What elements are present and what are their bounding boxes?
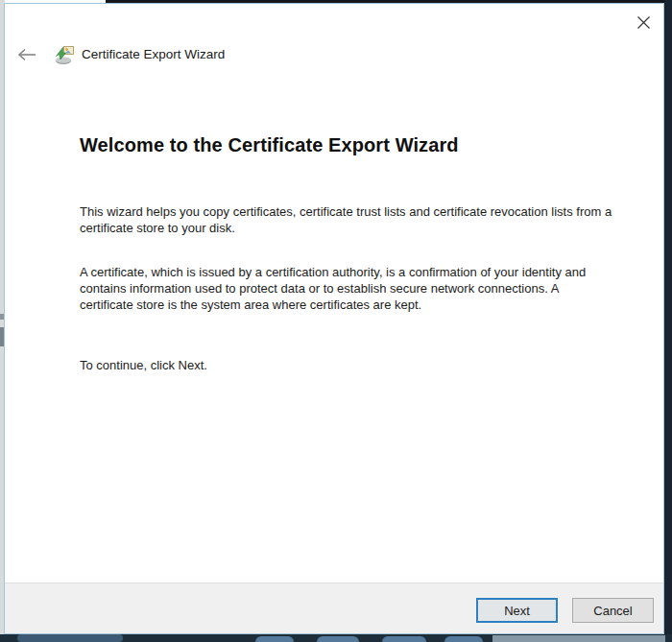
background-shape bbox=[444, 636, 483, 642]
background-window-right-edge bbox=[664, 0, 672, 642]
background-shape bbox=[17, 634, 123, 642]
back-button[interactable] bbox=[14, 42, 39, 67]
background-shape bbox=[317, 636, 359, 642]
certificate-export-icon bbox=[54, 44, 75, 65]
certificate-export-wizard-dialog: Certificate Export Wizard Welcome to the… bbox=[4, 3, 664, 634]
background-shape bbox=[255, 636, 294, 642]
wizard-footer: Next Cancel bbox=[5, 583, 663, 633]
wizard-title: Certificate Export Wizard bbox=[82, 47, 225, 61]
background-shape bbox=[382, 636, 426, 642]
next-button[interactable]: Next bbox=[476, 598, 558, 623]
background-window-bottom-edge bbox=[0, 634, 672, 642]
continue-hint: To continue, click Next. bbox=[80, 357, 613, 373]
close-button[interactable] bbox=[631, 10, 656, 35]
back-arrow-icon bbox=[17, 48, 36, 61]
wizard-header: Certificate Export Wizard bbox=[5, 42, 663, 73]
page-title: Welcome to the Certificate Export Wizard bbox=[80, 134, 617, 156]
close-icon bbox=[636, 15, 651, 30]
screen: Certificate Export Wizard Welcome to the… bbox=[0, 0, 672, 642]
description-paragraph: A certificate, which is issued by a cert… bbox=[80, 264, 613, 313]
background-shape bbox=[492, 635, 665, 642]
cancel-button[interactable]: Cancel bbox=[572, 598, 654, 623]
description-paragraph: This wizard helps you copy certificates,… bbox=[80, 203, 613, 236]
